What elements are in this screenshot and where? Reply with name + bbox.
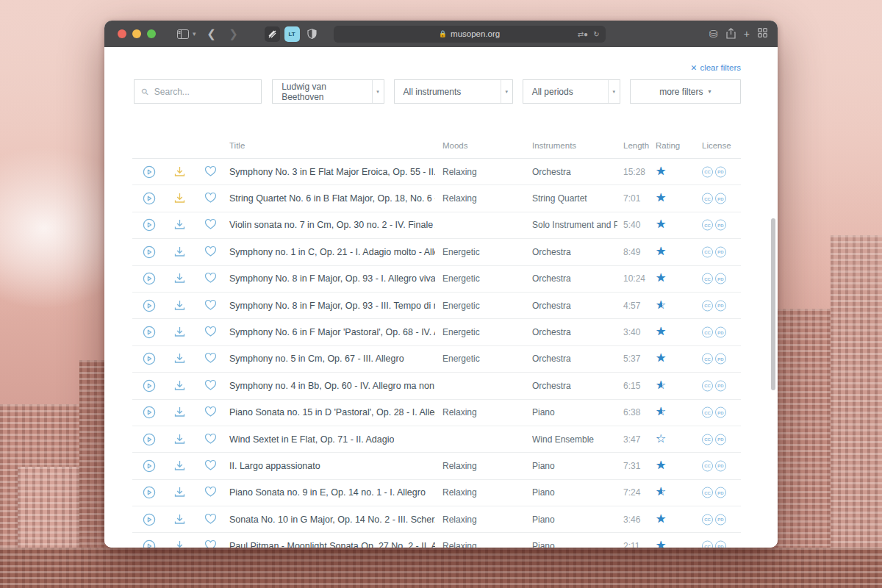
pd-license-icon[interactable]: PD: [715, 327, 726, 338]
pd-license-icon[interactable]: PD: [715, 541, 726, 548]
favorite-button[interactable]: [204, 192, 218, 205]
pd-license-icon[interactable]: PD: [715, 273, 726, 284]
favorite-button[interactable]: [204, 486, 218, 499]
download-button[interactable]: [173, 272, 187, 285]
pd-license-icon[interactable]: PD: [715, 487, 726, 498]
extension-stripes-icon[interactable]: [265, 26, 280, 42]
track-title[interactable]: Piano Sonata no. 15 in D 'Pastoral', Op.…: [229, 407, 435, 417]
play-button[interactable]: [143, 486, 156, 499]
rating-star[interactable]: ☆★: [656, 539, 668, 548]
cc-license-icon[interactable]: CC: [702, 246, 713, 257]
play-button[interactable]: [143, 165, 156, 179]
pd-license-icon[interactable]: PD: [715, 407, 726, 418]
favorite-button[interactable]: [204, 299, 218, 312]
cc-license-icon[interactable]: CC: [702, 354, 713, 365]
track-title[interactable]: Sonata No. 10 in G Major, Op. 14 No. 2 -…: [229, 514, 435, 525]
composer-select[interactable]: Ludwig van Beethoven ▾: [272, 79, 384, 104]
favorite-button[interactable]: [204, 379, 218, 392]
rating-star[interactable]: ☆★: [656, 485, 668, 500]
track-title[interactable]: Symphony No. 3 in E Flat Major Eroica, O…: [229, 167, 435, 177]
track-title[interactable]: Symphony no. 1 in C, Op. 21 - I. Adagio …: [229, 247, 435, 257]
rating-star[interactable]: ☆★: [656, 191, 668, 206]
download-button[interactable]: [173, 245, 187, 259]
cc-license-icon[interactable]: CC: [702, 193, 713, 204]
cc-license-icon[interactable]: CC: [702, 434, 713, 445]
instruments-select[interactable]: All instruments ▾: [394, 79, 513, 104]
play-button[interactable]: [143, 539, 156, 548]
cc-license-icon[interactable]: CC: [702, 220, 713, 231]
rating-star[interactable]: ☆★: [656, 405, 668, 420]
cc-license-icon[interactable]: CC: [702, 273, 713, 284]
rating-star[interactable]: ☆★: [656, 379, 668, 393]
pd-license-icon[interactable]: PD: [715, 220, 726, 231]
track-title[interactable]: Symphony No. 6 in F Major 'Pastoral', Op…: [229, 327, 435, 337]
favorite-button[interactable]: [204, 326, 218, 339]
favorite-button[interactable]: [204, 352, 218, 365]
favorite-button[interactable]: [204, 245, 218, 259]
cc-license-icon[interactable]: CC: [702, 407, 713, 418]
rating-star[interactable]: ☆★: [656, 351, 668, 366]
cc-license-icon[interactable]: CC: [702, 487, 713, 498]
extension-shield-icon[interactable]: [304, 26, 320, 42]
pd-license-icon[interactable]: PD: [715, 380, 726, 391]
close-button[interactable]: [118, 29, 126, 38]
scrollbar-thumb[interactable]: [771, 218, 775, 390]
track-title[interactable]: String Quartet No. 6 in B Flat Major, Op…: [229, 193, 435, 204]
pd-license-icon[interactable]: PD: [715, 246, 726, 257]
rating-star[interactable]: ☆★: [656, 165, 668, 179]
cc-license-icon[interactable]: CC: [702, 166, 713, 177]
favorite-button[interactable]: [204, 539, 218, 548]
rating-star[interactable]: ☆★: [656, 512, 668, 527]
download-button[interactable]: [173, 326, 187, 339]
play-button[interactable]: [143, 299, 156, 312]
play-button[interactable]: [143, 406, 156, 419]
favorite-button[interactable]: [204, 433, 218, 446]
more-filters-button[interactable]: more filters ▾: [630, 79, 741, 104]
cc-license-icon[interactable]: CC: [702, 460, 713, 471]
download-button[interactable]: [173, 433, 187, 446]
forward-icon[interactable]: ❯: [225, 25, 243, 43]
play-button[interactable]: [143, 352, 156, 365]
pd-license-icon[interactable]: PD: [715, 193, 726, 204]
track-title[interactable]: Symphony No. 8 in F Major, Op. 93 - I. A…: [229, 273, 435, 284]
cc-license-icon[interactable]: CC: [702, 541, 713, 548]
track-title[interactable]: Paul Pitman - Moonlight Sonata Op. 27 No…: [229, 541, 435, 548]
play-button[interactable]: [143, 459, 156, 473]
address-bar[interactable]: 🔒 musopen.org ⇄● ↻: [334, 26, 606, 43]
pd-license-icon[interactable]: PD: [715, 166, 726, 177]
play-button[interactable]: [143, 326, 156, 339]
cc-license-icon[interactable]: CC: [702, 300, 713, 311]
back-icon[interactable]: ❮: [203, 25, 220, 43]
download-button[interactable]: [173, 513, 187, 526]
track-title[interactable]: Wind Sextet in E Flat, Op. 71 - II. Adag…: [229, 434, 394, 445]
cc-license-icon[interactable]: CC: [702, 380, 713, 391]
play-button[interactable]: [143, 192, 156, 205]
track-title[interactable]: Symphony no. 4 in Bb, Op. 60 - IV. Alleg…: [229, 381, 435, 391]
rating-star[interactable]: ☆★: [656, 218, 668, 232]
favorite-button[interactable]: [204, 218, 218, 232]
download-button[interactable]: [173, 486, 187, 499]
chevron-down-icon[interactable]: ▾: [193, 30, 196, 37]
download-button[interactable]: [173, 299, 187, 312]
pd-license-icon[interactable]: PD: [715, 514, 726, 525]
rating-star[interactable]: ☆★: [656, 432, 668, 447]
track-title[interactable]: Symphony No. 8 in F Major, Op. 93 - III.…: [229, 301, 435, 311]
translate-icon[interactable]: ⇄●: [578, 30, 588, 38]
rating-star[interactable]: ☆★: [656, 325, 668, 340]
pd-license-icon[interactable]: PD: [715, 434, 726, 445]
play-button[interactable]: [143, 245, 156, 259]
extension-lt-icon[interactable]: LT: [284, 26, 300, 42]
download-button[interactable]: [173, 406, 187, 419]
download-button[interactable]: [173, 459, 187, 473]
pd-license-icon[interactable]: PD: [715, 300, 726, 311]
zoom-button[interactable]: [147, 29, 156, 38]
favorite-button[interactable]: [204, 272, 218, 285]
pd-license-icon[interactable]: PD: [715, 354, 726, 365]
new-tab-icon[interactable]: +: [744, 28, 750, 40]
favorite-button[interactable]: [204, 406, 218, 419]
sidebar-icon[interactable]: [174, 25, 192, 43]
track-title[interactable]: Symphony no. 5 in Cm, Op. 67 - III. Alle…: [229, 354, 404, 364]
rating-star[interactable]: ☆★: [656, 459, 668, 473]
download-button[interactable]: [173, 218, 187, 232]
download-button[interactable]: [173, 192, 187, 205]
